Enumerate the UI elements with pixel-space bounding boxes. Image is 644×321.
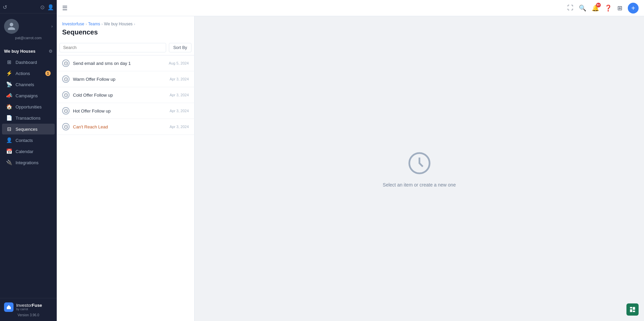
sequence-clock-icon (62, 75, 70, 83)
sequence-info: Warm Offer Follow up (73, 76, 166, 82)
notification-badge: 5+ (596, 3, 601, 7)
sequence-date: Apr 3, 2024 (170, 77, 189, 81)
brand-logo: InvestorFuse by carrot (4, 302, 53, 312)
topbar: ☰ ⛶ 🔍 🔔 5+ ❓ ⊞ + (57, 0, 644, 16)
search-input[interactable] (59, 43, 166, 52)
sequence-info: Can't Reach Lead (73, 124, 166, 130)
bottom-right-widget[interactable] (626, 303, 639, 316)
notification-icon[interactable]: 🔔 5+ (592, 4, 599, 12)
sidebar-item-opportunities[interactable]: 🏠 Opportunities (2, 101, 55, 112)
sidebar-item-label: Dashboard (16, 60, 51, 65)
sidebar-item-calendar[interactable]: 📅 Calendar (2, 146, 55, 157)
sidebar-item-contacts[interactable]: 👤 Contacts (2, 135, 55, 146)
breadcrumb-sep-2: › (101, 22, 103, 26)
topbar-right: ⛶ 🔍 🔔 5+ ❓ ⊞ + (567, 3, 639, 14)
actions-icon: ⚡ (6, 70, 12, 76)
sequence-list-item[interactable]: Hot Offer Follow up Apr 3, 2024 (57, 103, 194, 119)
sequence-name: Warm Offer Follow up (73, 77, 115, 82)
avatar-chevron-icon: › (51, 24, 53, 29)
sequence-list: Send email and sms on day 1 Aug 5, 2024 … (57, 55, 194, 321)
sidebar-item-dashboard[interactable]: ⊞ Dashboard (2, 57, 55, 68)
channels-icon: 📡 (6, 81, 12, 88)
settings-top-icon[interactable]: 👤 (47, 4, 54, 10)
sidebar-item-actions[interactable]: ⚡ Actions 1 (2, 68, 55, 79)
workspace-header: We buy Houses ⚙ (0, 46, 57, 55)
sequence-clock-icon (62, 59, 70, 67)
sidebar-item-integrations[interactable]: 🔌 Integrations (2, 157, 55, 168)
sequence-date: Apr 3, 2024 (170, 109, 189, 113)
sidebar-top-icons: ↺ (3, 4, 7, 10)
sequence-list-item[interactable]: Warm Offer Follow up Apr 3, 2024 (57, 71, 194, 87)
sequences-panel: Investorfuse › Teams › We buy Houses › S… (57, 16, 195, 321)
brand-name: InvestorFuse (16, 303, 42, 307)
dashboard-icon: ⊞ (6, 59, 12, 65)
sidebar-item-label: Calendar (16, 149, 51, 154)
breadcrumb: Investorfuse › Teams › We buy Houses › (62, 22, 189, 26)
fullscreen-icon[interactable]: ⛶ (567, 4, 573, 11)
search-input-wrapper (59, 43, 166, 52)
empty-clock-icon (406, 150, 433, 177)
help-icon[interactable]: ❓ (604, 4, 612, 12)
sequence-date: Apr 3, 2024 (170, 93, 189, 97)
panel-header: Investorfuse › Teams › We buy Houses › S… (57, 16, 194, 40)
user-email: pat@carrot.com (15, 34, 42, 43)
breadcrumb-current: We buy Houses (104, 22, 133, 26)
sidebar-item-sequences[interactable]: ⊟ Sequences (2, 124, 55, 134)
hamburger-icon[interactable]: ☰ (62, 4, 68, 12)
empty-state-text: Select an item or create a new one (383, 182, 456, 188)
workspace-gear-icon[interactable]: ⚙ (49, 49, 53, 54)
breadcrumb-sep-3: › (134, 22, 135, 26)
actions-badge: 1 (45, 71, 51, 76)
sequence-clock-icon (62, 107, 70, 115)
brand-icon (4, 302, 14, 312)
version-text: Version 3.96.0 (4, 313, 53, 317)
sidebar-top-bar: ↺ ⊙ 👤 (0, 0, 57, 14)
workspace-name: We buy Houses (4, 49, 35, 54)
sidebar: ↺ ⊙ 👤 › pat@carrot.com We buy Houses ⚙ ⊞… (0, 0, 57, 321)
sidebar-item-transactions[interactable]: 📄 Transactions (2, 113, 55, 123)
page-title: Sequences (62, 28, 189, 36)
add-button[interactable]: + (628, 3, 639, 14)
avatar-wrapper[interactable]: › (4, 19, 53, 34)
refresh-icon[interactable]: ↺ (3, 4, 7, 10)
sequence-info: Cold Offer Follow up (73, 92, 166, 98)
breadcrumb-investorfuse[interactable]: Investorfuse (62, 22, 84, 26)
sequence-name: Can't Reach Lead (73, 124, 108, 129)
topbar-left: ☰ (62, 4, 68, 12)
contacts-icon: 👤 (6, 137, 12, 143)
sequence-list-item[interactable]: Cold Offer Follow up Apr 3, 2024 (57, 87, 194, 103)
sidebar-item-label: Actions (16, 71, 42, 76)
sidebar-item-label: Sequences (16, 127, 51, 132)
search-icon[interactable]: 🔍 (579, 4, 586, 12)
sidebar-item-label: Transactions (16, 116, 51, 121)
svg-rect-8 (633, 307, 635, 310)
sort-by-button[interactable]: Sort By (169, 43, 191, 52)
sidebar-item-campaigns[interactable]: 📣 Campaigns (2, 90, 55, 101)
breadcrumb-teams[interactable]: Teams (88, 22, 100, 26)
svg-rect-6 (630, 307, 633, 308)
transactions-icon: 📄 (6, 115, 12, 121)
empty-state-area: Select an item or create a new one (195, 16, 644, 321)
sidebar-footer: InvestorFuse by carrot Version 3.96.0 (0, 298, 57, 321)
sequence-clock-icon (62, 123, 70, 130)
sequence-list-item[interactable]: Can't Reach Lead Apr 3, 2024 (57, 119, 194, 135)
sidebar-item-label: Opportunities (16, 104, 51, 109)
sidebar-item-channels[interactable]: 📡 Channels (2, 79, 55, 90)
sequence-date: Aug 5, 2024 (169, 61, 189, 65)
support-icon[interactable]: ⊙ (40, 4, 45, 10)
brand-text: InvestorFuse by carrot (16, 303, 42, 311)
sequences-icon: ⊟ (6, 126, 12, 132)
opportunities-icon: 🏠 (6, 104, 12, 110)
sidebar-item-label: Channels (16, 82, 51, 87)
apps-icon[interactable]: ⊞ (617, 4, 622, 12)
sidebar-item-label: Integrations (16, 160, 51, 165)
sequence-list-item[interactable]: Send email and sms on day 1 Aug 5, 2024 (57, 55, 194, 71)
svg-rect-9 (633, 311, 635, 312)
integrations-icon: 🔌 (6, 159, 12, 166)
sequence-name: Send email and sms on day 1 (73, 61, 131, 66)
sequence-info: Send email and sms on day 1 (73, 60, 165, 66)
nav-list: ⊞ Dashboard ⚡ Actions 1 📡 Channels 📣 Cam… (0, 55, 57, 298)
sequence-name: Hot Offer Follow up (73, 108, 111, 114)
sequence-name: Cold Offer Follow up (73, 93, 113, 98)
avatar (4, 19, 19, 34)
